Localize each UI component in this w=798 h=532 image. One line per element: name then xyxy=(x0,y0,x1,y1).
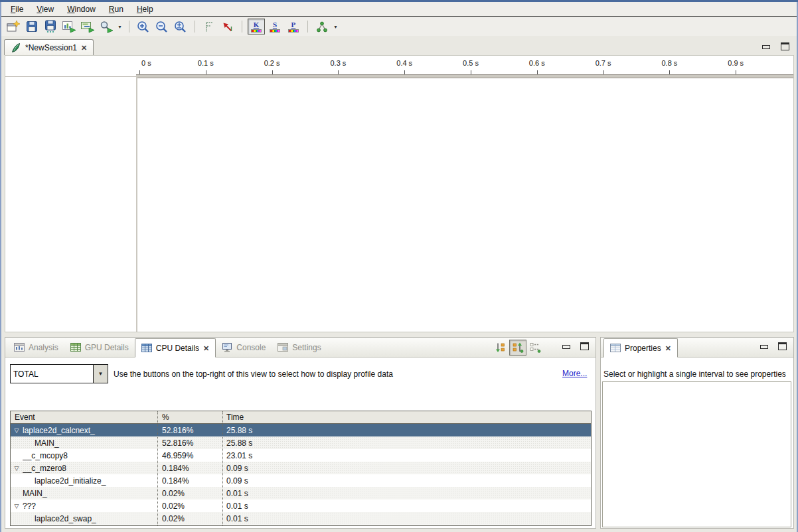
cpu-panel-window-controls xyxy=(562,342,589,350)
color-by-kernel-button[interactable]: K xyxy=(248,19,265,34)
console-icon xyxy=(222,343,232,352)
call-tree-view-button[interactable] xyxy=(509,340,526,356)
new-session-button[interactable] xyxy=(5,19,22,34)
find-dropdown-caret-icon[interactable]: ▼ xyxy=(118,25,122,29)
table-row[interactable]: laplace2d_initialize_ 0.184% 0.09 s xyxy=(11,474,591,487)
color-by-stream-button[interactable]: S xyxy=(266,19,283,34)
menu-file[interactable]: File xyxy=(4,3,30,16)
table-row[interactable]: __c_mcopy8 46.959% 23.01 s xyxy=(11,449,591,462)
minimize-icon[interactable] xyxy=(760,345,768,349)
bar-chart-run-icon xyxy=(62,21,76,33)
cpu-table-body: ▽ laplace2d_calcnext_ 52.816% 25.88 s MA… xyxy=(11,424,591,525)
save-session-button[interactable] xyxy=(23,19,40,34)
callers-view-button[interactable] xyxy=(492,340,509,356)
mark-flag-button[interactable] xyxy=(200,19,218,34)
zoom-out-button[interactable] xyxy=(153,19,171,34)
maximize-icon[interactable] xyxy=(580,342,589,350)
event-cell: MAIN_ xyxy=(23,438,157,448)
timeline-ruler-bar xyxy=(136,74,793,78)
table-row[interactable]: ▽ ??? 0.02% 0.01 s xyxy=(11,499,591,512)
application-window: File View Window Run Help xyxy=(0,0,798,532)
table-row[interactable]: ▽ __c_mzero8 0.184% 0.09 s xyxy=(11,462,591,474)
event-cell: MAIN_ xyxy=(23,489,157,498)
properties-hint-text: Select or highlight a single interval to… xyxy=(603,369,792,379)
timeline-name-column-divider[interactable] xyxy=(136,75,137,332)
column-divider[interactable] xyxy=(222,411,223,525)
color-scale-icon xyxy=(270,29,280,33)
tab-label: Properties xyxy=(625,344,661,353)
column-header-event[interactable]: Event xyxy=(11,413,157,422)
tab-analysis[interactable]: Analysis xyxy=(8,338,64,357)
toolbar-separator xyxy=(307,21,308,33)
stream-color-icon: S xyxy=(270,21,280,33)
maximize-icon[interactable] xyxy=(781,42,789,50)
cpu-details-panel: Analysis GPU Details CPU Details ✕ xyxy=(5,337,596,529)
run-analysis-button[interactable] xyxy=(60,19,78,34)
table-row[interactable]: laplace2d_swap_ 0.02% 0.01 s xyxy=(11,512,591,525)
color-by-process-button[interactable]: P xyxy=(285,19,302,34)
red-arrow-flag-icon xyxy=(222,21,233,33)
flat-view-button[interactable] xyxy=(526,340,544,356)
zoom-in-button[interactable] xyxy=(135,19,152,34)
chevron-down-icon[interactable]: ▼ xyxy=(94,364,108,383)
window-border-left xyxy=(0,2,1,532)
tab-label: CPU Details xyxy=(156,344,199,353)
tab-cpu-details[interactable]: CPU Details ✕ xyxy=(135,338,216,358)
close-icon[interactable]: ✕ xyxy=(81,44,87,51)
more-link[interactable]: More... xyxy=(562,369,587,378)
tab-settings[interactable]: Settings xyxy=(272,338,327,357)
close-icon[interactable]: ✕ xyxy=(203,345,209,352)
table-header[interactable]: Event % Time xyxy=(11,411,591,424)
menu-window[interactable]: Window xyxy=(60,3,102,16)
expander-icon[interactable]: ▽ xyxy=(11,427,23,434)
kernel-color-icon: K xyxy=(251,21,262,33)
tab-properties[interactable]: Properties ✕ xyxy=(603,338,678,358)
call-tree-button[interactable] xyxy=(313,19,331,34)
cpu-details-hint-text: Use the buttons on the top-right of this… xyxy=(114,369,393,379)
editor-window-controls xyxy=(762,42,789,50)
flag-icon xyxy=(204,21,214,33)
column-header-percent[interactable]: % xyxy=(157,413,222,422)
cpu-events-table: Event % Time ▽ laplace2d_calcnext_ 52.81… xyxy=(10,411,592,526)
toolbar-separator xyxy=(195,21,195,33)
find-button[interactable] xyxy=(98,19,115,34)
reset-marks-button[interactable] xyxy=(219,19,236,34)
minimize-icon[interactable] xyxy=(762,45,770,49)
display-mode-dropdown[interactable]: TOTAL ▼ xyxy=(10,364,108,383)
table-row[interactable]: MAIN_ 0.02% 0.01 s xyxy=(11,487,591,499)
expander-icon[interactable]: ▽ xyxy=(11,503,23,509)
tab-console[interactable]: Console xyxy=(216,338,272,357)
minimize-icon[interactable] xyxy=(562,345,570,349)
ruler-label: 0.1 s xyxy=(198,59,214,67)
table-row[interactable]: MAIN_ 52.816% 25.88 s xyxy=(11,436,591,449)
toolbar-separator xyxy=(242,21,242,33)
time-cell: 0.09 s xyxy=(222,476,591,486)
percent-cell: 52.816% xyxy=(157,426,222,435)
save-session-as-button[interactable] xyxy=(42,19,59,34)
call-tree-dropdown-caret-icon[interactable]: ▼ xyxy=(333,25,338,29)
timeline-view[interactable]: 0 s0.1 s0.2 s0.3 s0.4 s0.5 s0.6 s0.7 s0.… xyxy=(5,55,794,332)
menu-view[interactable]: View xyxy=(30,3,60,16)
menu-run[interactable]: Run xyxy=(102,3,130,16)
column-header-time[interactable]: Time xyxy=(222,413,591,422)
time-cell: 0.09 s xyxy=(222,464,591,473)
cpu-details-icon xyxy=(141,344,152,352)
close-icon[interactable]: ✕ xyxy=(665,345,671,352)
generate-timeline-button[interactable] xyxy=(79,19,96,34)
table-row[interactable]: ▽ laplace2d_calcnext_ 52.816% 25.88 s xyxy=(11,424,591,436)
bottom-tab-bar: Analysis GPU Details CPU Details ✕ xyxy=(5,338,596,358)
dropdown-value[interactable]: TOTAL xyxy=(10,364,94,383)
save-as-icon xyxy=(44,20,56,33)
zoom-fit-button[interactable] xyxy=(172,19,189,34)
ruler-label: 0.7 s xyxy=(596,59,611,67)
session-tab[interactable]: *NewSession1 ✕ xyxy=(4,39,94,55)
expander-icon[interactable]: ▽ xyxy=(11,465,23,472)
maximize-icon[interactable] xyxy=(778,342,787,350)
menu-bar: File View Window Run Help xyxy=(1,2,797,17)
new-session-icon xyxy=(7,21,20,33)
event-cell: __c_mzero8 xyxy=(23,464,157,473)
menu-help[interactable]: Help xyxy=(130,3,160,16)
column-divider[interactable] xyxy=(157,411,158,525)
tab-label: Settings xyxy=(292,343,321,352)
tab-gpu-details[interactable]: GPU Details xyxy=(64,338,135,357)
